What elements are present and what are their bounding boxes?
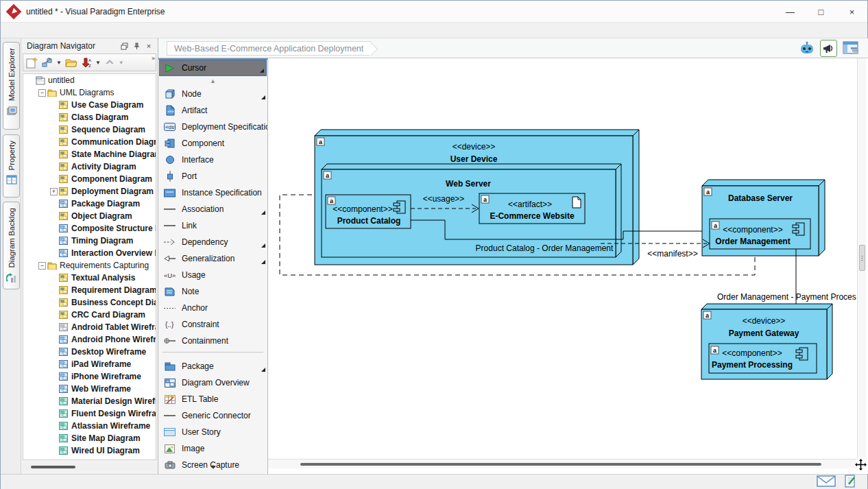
palette-item-link[interactable]: Link xyxy=(158,217,267,234)
palette-item-node[interactable]: Node xyxy=(158,86,267,102)
palette-item-package[interactable]: Package xyxy=(158,358,267,374)
tree-item-deployment-diagram[interactable]: + Deployment Diagram xyxy=(23,185,156,198)
tree-item-business-concept-diagram[interactable]: Business Concept Diagram xyxy=(23,296,156,309)
palette-item-constraint[interactable]: {..} Constraint xyxy=(158,316,267,333)
vertical-scroll-thumb[interactable] xyxy=(859,245,865,271)
tree-item-composite-structure-diagram[interactable]: Composite Structure Diagram xyxy=(23,222,156,235)
sort-icon[interactable]: AZ xyxy=(80,56,93,69)
pin-panel-icon[interactable] xyxy=(130,40,143,51)
tree-item-interaction-overview-diagram[interactable]: Interaction Overview Diagram xyxy=(23,247,156,259)
fluent-design-wireframe-icon xyxy=(59,409,69,418)
tab-property[interactable]: Property xyxy=(3,134,20,198)
palette-item-note[interactable]: Note xyxy=(158,283,267,300)
palette-item-component[interactable]: Component xyxy=(158,135,267,152)
tree-item-communication-diagram[interactable]: Communication Diagram xyxy=(23,136,156,148)
palette-item-port[interactable]: Port xyxy=(158,168,267,184)
palette-item-diagram-overview[interactable]: Diagram Overview xyxy=(158,374,267,391)
minimize-button[interactable]: — xyxy=(775,1,806,23)
palette-item-deployment-specification[interactable]: «ds» Deployment Specification xyxy=(158,119,267,135)
tree-item-site-map-diagram[interactable]: Site Map Diagram xyxy=(23,432,156,444)
tree-horizontal-scrollbar[interactable] xyxy=(23,463,156,471)
tab-diagram-backlog[interactable]: Diagram Backlog xyxy=(3,202,20,289)
close-panel-icon[interactable]: × xyxy=(143,40,155,51)
message-icon[interactable] xyxy=(817,475,836,489)
palette-item-user-story[interactable]: User Story xyxy=(158,424,267,440)
tree-expander-icon[interactable]: + xyxy=(50,188,58,195)
component-payment-processing[interactable]: a <<component>> Payment Processing xyxy=(709,344,817,373)
open-folder-icon[interactable] xyxy=(64,56,79,69)
toolbar-overflow-icon[interactable]: » xyxy=(152,55,155,62)
palette-item-dependency[interactable]: Dependency xyxy=(158,234,267,250)
horizontal-scroll-thumb[interactable] xyxy=(300,463,821,466)
tree-item-atlassian-wireframe[interactable]: Atlassian Wireframe xyxy=(23,420,156,432)
float-panel-icon[interactable] xyxy=(118,40,130,51)
svg-text:Order Management: Order Management xyxy=(715,237,790,246)
new-diagram-icon[interactable] xyxy=(25,56,39,69)
tree-item-fluent-design-wireframe[interactable]: Fluent Design Wireframe xyxy=(23,407,156,420)
artifact-ecommerce-website[interactable]: a <<artifact>> E-Commerce Website xyxy=(479,193,585,224)
palette-scroll-up[interactable]: ▲ xyxy=(158,75,267,86)
tree-item-android-tablet-wireframe[interactable]: Android Tablet Wireframe xyxy=(23,321,156,333)
palette-item-generic-connector[interactable]: Generic Connector xyxy=(158,407,267,424)
ai-assistant-icon[interactable] xyxy=(798,40,815,57)
component-product-catalog[interactable]: a <<component>> Product Catalog xyxy=(326,195,411,228)
palette-item-etl-table[interactable]: ETL Table xyxy=(158,391,267,407)
release-note-icon[interactable] xyxy=(844,475,856,489)
palette-item-interface[interactable]: Interface xyxy=(158,152,267,168)
tree-item-timing-diagram[interactable]: Timing Diagram xyxy=(23,235,156,247)
panel-layout-icon[interactable] xyxy=(842,40,859,57)
android-tablet-wireframe-icon xyxy=(59,323,69,332)
tree-item-wired-ui-diagram[interactable]: Wired UI Diagram xyxy=(23,444,156,457)
tree-item-desktop-wireframe[interactable]: Desktop Wireframe xyxy=(23,346,156,358)
palette-item-artifact[interactable]: «x» Artifact xyxy=(158,102,267,119)
component-order-management[interactable]: a <<component>> Order Management xyxy=(710,219,810,249)
pan-mode-icon[interactable] xyxy=(855,459,868,473)
tree-item-textual-analysis[interactable]: Textual Analysis xyxy=(23,272,156,284)
palette-item-instance-specification[interactable]: Instance Specification xyxy=(158,184,267,201)
tree-item-ipad-wireframe[interactable]: iPad Wireframe xyxy=(23,358,156,370)
close-button[interactable]: × xyxy=(836,1,867,23)
tree-item-uml-diagrams[interactable]: − UML Diagrams xyxy=(23,86,156,99)
announcement-icon[interactable] xyxy=(820,40,837,57)
tree-item-activity-diagram[interactable]: Activity Diagram xyxy=(23,160,156,173)
sequence-diagram-icon xyxy=(59,126,69,134)
user-story-icon xyxy=(164,427,176,438)
tree-item-material-design-wireframe[interactable]: Material Design Wireframe xyxy=(23,395,156,407)
tree-item-web-wireframe[interactable]: Web Wireframe xyxy=(23,383,156,395)
tree-item-object-diagram[interactable]: Object Diagram xyxy=(23,210,156,222)
palette-item-usage[interactable]: «U» Usage xyxy=(158,267,267,283)
tree-item-use-case-diagram[interactable]: Use Case Diagram xyxy=(23,99,156,111)
tree-item-requirement-diagram[interactable]: Requirement Diagram xyxy=(23,284,156,296)
group-by-icon[interactable] xyxy=(40,56,54,69)
palette-item-cursor[interactable]: Cursor xyxy=(160,60,266,75)
tree-item-state-machine-diagram[interactable]: State Machine Diagram xyxy=(23,148,156,160)
tree-item-class-diagram[interactable]: Class Diagram xyxy=(23,111,156,123)
palette-scroll-down[interactable]: ▼ xyxy=(158,462,268,472)
canvas-vertical-scrollbar[interactable] xyxy=(857,58,866,459)
maximize-button[interactable]: □ xyxy=(806,1,836,23)
palette-item-image[interactable]: Image xyxy=(158,440,267,457)
tree-item-untitled[interactable]: untitled xyxy=(23,74,156,86)
palette-item-generalization[interactable]: Generalization xyxy=(158,250,267,267)
tab-model-explorer[interactable]: Model Explorer xyxy=(3,42,20,130)
tree-item-package-diagram[interactable]: Package Diagram xyxy=(23,198,156,210)
palette-item-containment[interactable]: Containment xyxy=(158,333,267,349)
tree-expander-icon[interactable]: − xyxy=(38,262,46,270)
crc-card-diagram-icon xyxy=(59,311,69,320)
go-up-icon[interactable] xyxy=(103,56,117,69)
palette-item-anchor[interactable]: Anchor xyxy=(158,300,267,316)
breadcrumb[interactable]: Web-Based E-Commerce Application Deploym… xyxy=(167,41,371,56)
tree-item-crc-card-diagram[interactable]: CRC Card Diagram xyxy=(23,309,156,321)
tree-item-component-diagram[interactable]: Component Diagram xyxy=(23,173,156,185)
go-up-caret-icon[interactable]: ▼ xyxy=(117,60,125,66)
tree-item-sequence-diagram[interactable]: Sequence Diagram xyxy=(23,123,156,136)
tree-item-iphone-wireframe[interactable]: iPhone Wireframe xyxy=(23,370,156,383)
tree-item-android-phone-wireframe[interactable]: Android Phone Wireframe xyxy=(23,333,156,346)
group-by-caret-icon[interactable]: ▼ xyxy=(55,60,63,66)
diagram-canvas[interactable]: a <<device>> User Device a Web Server a … xyxy=(268,58,868,474)
palette-item-association[interactable]: Association xyxy=(158,201,267,217)
canvas-horizontal-scrollbar[interactable] xyxy=(268,459,856,468)
tree-expander-icon[interactable]: − xyxy=(38,89,46,97)
tree-item-requirements-capturing[interactable]: − Requirements Capturing xyxy=(23,259,156,272)
sort-caret-icon[interactable]: ▼ xyxy=(94,60,102,66)
